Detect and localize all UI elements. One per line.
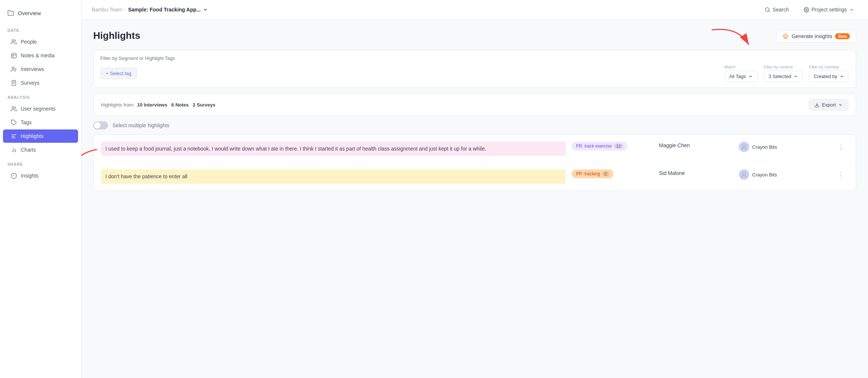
highlight-row: I used to keep a food journal, just a no… [94, 135, 856, 163]
project-name: Sample: Food Tracking App... [128, 7, 201, 13]
avatar-1: 🐰 [739, 142, 749, 152]
sidebar-item-surveys[interactable]: Surveys [3, 76, 78, 90]
filter-row: + Select tag Match All Tags Filter by co… [100, 65, 849, 82]
select-tag-label: + Select tag [106, 71, 131, 76]
settings-label: Project settings [811, 7, 847, 13]
sparkle-icon [783, 33, 788, 39]
analysis-section-label: ANALYSIS [0, 90, 81, 102]
export-button[interactable]: Export [809, 99, 848, 111]
charts-label: Charts [21, 147, 36, 153]
sidebar-item-highlights[interactable]: Highlights [3, 129, 78, 143]
sidebar-overview[interactable]: Overview [0, 6, 81, 23]
svg-point-22 [766, 7, 769, 11]
notes-icon [10, 52, 17, 59]
tag-label-1: FR: track exercise [576, 144, 612, 149]
toggle-knob [94, 122, 101, 129]
sidebar-section-share: SHARE Insights [0, 157, 81, 183]
sidebar-item-people[interactable]: People [3, 35, 78, 48]
highlights-list: I used to keep a food journal, just a no… [93, 135, 856, 191]
more-menu-1[interactable]: ⋮ [834, 142, 848, 153]
tag-pill-1[interactable]: FR: track exercise 12 [572, 142, 628, 151]
charts-icon [10, 146, 17, 153]
match-filter-group: Match All Tags [724, 65, 758, 82]
more-menu-2[interactable]: ⋮ [834, 169, 848, 180]
folder-icon [7, 10, 14, 16]
tags-label: Tags [21, 119, 32, 125]
highlights-icon [10, 133, 17, 139]
overview-label: Overview [18, 10, 41, 16]
breadcrumb-project[interactable]: Sample: Food Tracking App... [128, 7, 208, 13]
surveys-count: 2 Surveys [193, 102, 215, 108]
sidebar-item-charts[interactable]: Charts [3, 143, 78, 156]
select-multiple-label: Select multiple highlights [112, 122, 169, 128]
people-icon [10, 38, 17, 45]
surveys-icon [10, 80, 17, 86]
project-ref-2: 🐰 Crayon Bits [739, 169, 828, 180]
gear-icon [804, 7, 809, 13]
filter-bar: Filter by Segment or Highlight Tags + Se… [93, 50, 856, 88]
selected-dropdown[interactable]: 3 Selected [764, 71, 803, 82]
svg-line-23 [768, 11, 770, 12]
notes-label: Notes & media [21, 53, 55, 58]
sidebar-item-interviews[interactable]: Interviews [3, 63, 78, 76]
created-by-chevron-icon [840, 74, 844, 79]
tag-label-2: PP: tracking [576, 171, 600, 176]
sidebar-item-user-segments[interactable]: User segments [3, 102, 78, 115]
all-tags-chevron-icon [748, 74, 753, 79]
all-tags-dropdown[interactable]: All Tags [724, 71, 758, 82]
settings-chevron-icon [849, 7, 854, 12]
topbar-actions: Search Project settings [761, 4, 858, 15]
sidebar-section-analysis: ANALYSIS User segments Tags [0, 90, 81, 157]
highlight-text-2: I don't have the patience to enter all [101, 169, 566, 183]
user-segments-label: User segments [21, 106, 55, 112]
sidebar-item-insights[interactable]: Insights [3, 169, 78, 182]
highlight-text-1: I used to keep a food journal, just a no… [101, 142, 566, 156]
segments-icon [10, 105, 17, 112]
data-section-label: DATA [0, 23, 81, 35]
svg-point-4 [12, 67, 14, 69]
member-filter-group: Filter by member Created by [809, 65, 849, 82]
highlights-from-label: Highlights from: [101, 102, 134, 108]
project-settings-button[interactable]: Project settings [800, 4, 858, 15]
export-label: Export [822, 102, 836, 108]
toggle-row: Select multiple highlights [93, 121, 856, 129]
created-by-dropdown[interactable]: Created by [809, 71, 849, 82]
svg-point-11 [12, 107, 14, 109]
sidebar-item-notes[interactable]: Notes & media [3, 49, 78, 62]
content-filter-group: Filter by content 3 Selected [764, 65, 803, 82]
multiple-highlights-toggle[interactable] [93, 121, 108, 129]
generate-btn-label: Generate insights [791, 33, 832, 39]
people-label: People [21, 39, 37, 45]
search-button[interactable]: Search [761, 4, 793, 15]
select-tag-button[interactable]: + Select tag [100, 68, 137, 79]
stats-bar: Highlights from: 10 Interviews 6 Notes 2… [93, 94, 856, 116]
search-icon [765, 7, 770, 13]
breadcrumb: Bambu Team / Sample: Food Tracking App..… [92, 7, 208, 13]
breadcrumb-team: Bambu Team [92, 7, 122, 13]
tag-cell-1: FR: track exercise 12 [572, 142, 653, 151]
match-label: Match [724, 65, 758, 69]
highlight-content-2: I don't have the patience to enter all [105, 173, 187, 179]
highlight-content-1: I used to keep a food journal, just a no… [105, 146, 486, 152]
highlights-label: Highlights [21, 133, 43, 139]
interviews-icon [10, 66, 17, 72]
all-tags-label: All Tags [729, 74, 746, 79]
page-title: Highlights [93, 30, 140, 41]
filter-content-label: Filter by content [764, 65, 803, 69]
sidebar-item-tags[interactable]: Tags [3, 116, 78, 129]
tag-count-1: 12 [614, 144, 623, 149]
chevron-down-icon [203, 7, 208, 12]
svg-rect-1 [11, 53, 16, 58]
tag-pill-2[interactable]: PP: tracking 2 [572, 169, 613, 178]
interviews-count: 10 Interviews [137, 102, 168, 108]
insights-icon [10, 172, 17, 179]
topbar: Bambu Team / Sample: Food Tracking App..… [81, 0, 868, 20]
surveys-label: Surveys [21, 80, 40, 86]
filter-member-label: Filter by member [809, 65, 849, 69]
generate-insights-button[interactable]: Generate insights Beta [776, 30, 856, 43]
beta-badge: Beta [835, 33, 850, 39]
content-area: Highlights Generate insights Beta Filter… [81, 20, 868, 378]
person-name-1: Maggie Chen [659, 142, 733, 148]
main-content: Bambu Team / Sample: Food Tracking App..… [81, 0, 868, 378]
project-ref-1: 🐰 Crayon Bits [739, 142, 828, 152]
